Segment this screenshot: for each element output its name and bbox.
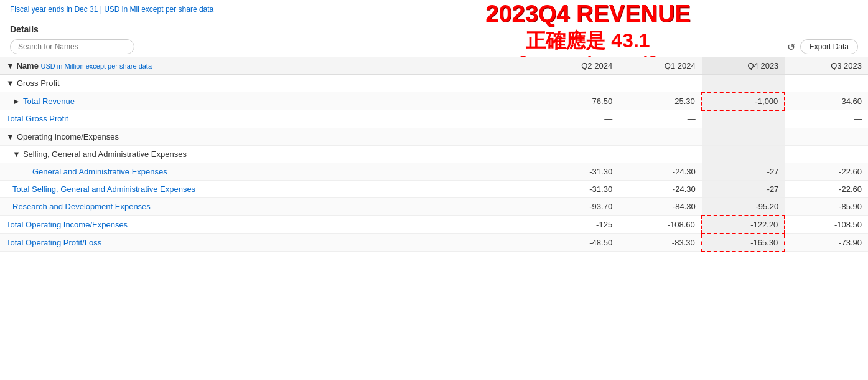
details-section: Details ↺ Export Data	[0, 19, 868, 57]
cell-q3-2023-total-revenue: 34.60	[785, 92, 868, 110]
row-name-link[interactable]: Total Operating Income/Expenses	[6, 220, 128, 229]
cell-q3-2023-total-gross-profit: —	[785, 110, 868, 128]
cell-q1-2024-operating-income-header	[618, 128, 702, 145]
row-name-link[interactable]: Total Operating Profit/Loss	[6, 238, 101, 247]
export-button[interactable]: Export Data	[800, 39, 858, 54]
cell-q2-2024-total-operating-income: -125	[536, 216, 619, 234]
cell-q3-2023-research-dev: -85.90	[785, 197, 868, 216]
table-row: ▼Selling, General and Administrative Exp…	[0, 145, 868, 163]
row-name: Selling, General and Administrative Expe…	[23, 150, 187, 159]
cell-q3-2023-general-admin: -22.60	[785, 163, 868, 180]
search-and-controls: ↺ Export Data	[10, 39, 858, 54]
cell-name-research-dev: Research and Development Expenses	[0, 197, 536, 216]
fiscal-year-label: Fiscal year ends in Dec 31 | USD in Mil …	[10, 5, 213, 14]
cell-q3-2023-operating-income-header	[785, 128, 868, 145]
table-header-row: ▼ Name USD in Million except per share d…	[0, 57, 868, 75]
cell-name-total-selling-general: Total Selling, General and Administrativ…	[0, 180, 536, 197]
cell-name-gross-profit-header: ▼Gross Profit	[0, 75, 536, 92]
cell-q1-2024-total-operating-income: -108.60	[618, 216, 702, 234]
cell-q1-2024-selling-general-header	[618, 145, 702, 163]
row-name-link[interactable]: General and Administrative Expenses	[32, 167, 167, 176]
cell-q4-2023-total-revenue: -1,000	[702, 92, 785, 110]
table-row: Total Selling, General and Administrativ…	[0, 180, 868, 197]
cell-q2-2024-total-gross-profit: —	[536, 110, 619, 128]
table-row: Total Operating Income/Expenses-125-108.…	[0, 216, 868, 234]
cell-q3-2023-selling-general-header	[785, 145, 868, 163]
cell-q1-2024-gross-profit-header	[618, 75, 702, 92]
cell-q1-2024-total-operating-profit: -83.30	[618, 234, 702, 252]
cell-q4-2023-selling-general-header	[702, 145, 785, 163]
search-input[interactable]	[10, 39, 134, 54]
cell-q4-2023-gross-profit-header	[702, 75, 785, 92]
row-name: Operating Income/Expenses	[17, 132, 119, 141]
cell-q4-2023-total-gross-profit: —	[702, 110, 785, 128]
cell-name-total-gross-profit: Total Gross Profit	[0, 110, 536, 128]
cell-name-total-operating-income: Total Operating Income/Expenses	[0, 216, 536, 234]
toggle-icon[interactable]: ▼	[6, 132, 14, 141]
table-row: Research and Development Expenses-93.70-…	[0, 197, 868, 216]
cell-q2-2024-total-operating-profit: -48.50	[536, 234, 619, 252]
row-name-link[interactable]: Total Selling, General and Administrativ…	[12, 184, 195, 194]
row-name: Gross Profit	[17, 78, 60, 88]
cell-q3-2023-total-operating-income: -108.50	[785, 216, 868, 234]
col-header-q1-2024: Q1 2024	[618, 57, 702, 75]
cell-q1-2024-general-admin: -24.30	[618, 163, 702, 180]
cell-q3-2023-gross-profit-header	[785, 75, 868, 92]
cell-q4-2023-operating-income-header	[702, 128, 785, 145]
top-bar: Fiscal year ends in Dec 31 | USD in Mil …	[0, 0, 868, 19]
cell-name-total-operating-profit: Total Operating Profit/Loss	[0, 234, 536, 252]
cell-q2-2024-operating-income-header	[536, 128, 619, 145]
cell-name-total-revenue: ►Total Revenue	[0, 92, 536, 110]
cell-name-operating-income-header: ▼Operating Income/Expenses	[0, 128, 536, 145]
refresh-icon[interactable]: ↺	[787, 41, 795, 53]
cell-q4-2023-total-operating-profit: -165.30	[702, 234, 785, 252]
financial-table: ▼ Name USD in Million except per share d…	[0, 57, 868, 252]
cell-q1-2024-total-selling-general: -24.30	[618, 180, 702, 197]
table-row: ▼Gross Profit	[0, 75, 868, 92]
cell-q4-2023-total-operating-income: -122.20	[702, 216, 785, 234]
cell-q1-2024-total-revenue: 25.30	[618, 92, 702, 110]
cell-q3-2023-total-operating-profit: -73.90	[785, 234, 868, 252]
toggle-icon[interactable]: ▼	[12, 150, 21, 159]
cell-q2-2024-gross-profit-header	[536, 75, 619, 92]
row-name-link[interactable]: Research and Development Expenses	[12, 202, 151, 211]
cell-q1-2024-research-dev: -84.30	[618, 197, 702, 216]
col-name-sublabel: USD in Million except per share data	[41, 62, 152, 70]
cell-q2-2024-selling-general-header	[536, 145, 619, 163]
table-row: General and Administrative Expenses-31.3…	[0, 163, 868, 180]
cell-q4-2023-research-dev: -95.20	[702, 197, 785, 216]
cell-q2-2024-general-admin: -31.30	[536, 163, 619, 180]
table-row: Total Operating Profit/Loss-48.50-83.30-…	[0, 234, 868, 252]
cell-q2-2024-total-revenue: 76.50	[536, 92, 619, 110]
right-controls: ↺ Export Data	[787, 39, 858, 54]
cell-name-selling-general-header: ▼Selling, General and Administrative Exp…	[0, 145, 536, 163]
col-header-name: ▼ Name USD in Million except per share d…	[0, 57, 536, 75]
table-container: ▼ Name USD in Million except per share d…	[0, 57, 868, 252]
col-header-q2-2024: Q2 2024	[536, 57, 619, 75]
cell-q4-2023-total-selling-general: -27	[702, 180, 785, 197]
toggle-icon[interactable]: ►	[12, 97, 21, 106]
col-header-q4-2023: Q4 2023	[702, 57, 785, 75]
cell-name-general-admin: General and Administrative Expenses	[0, 163, 536, 180]
col-header-q3-2023: Q3 2023	[785, 57, 868, 75]
details-title: Details	[10, 24, 858, 34]
table-row: Total Gross Profit————	[0, 110, 868, 128]
col-name-label: ▼ Name	[6, 61, 39, 70]
cell-q1-2024-total-gross-profit: —	[618, 110, 702, 128]
table-row: ►Total Revenue76.5025.30-1,00034.60	[0, 92, 868, 110]
row-name-link[interactable]: Total Gross Profit	[6, 114, 68, 123]
toggle-icon[interactable]: ▼	[6, 78, 14, 88]
row-name-link[interactable]: Total Revenue	[23, 97, 75, 106]
cell-q2-2024-total-selling-general: -31.30	[536, 180, 619, 197]
cell-q3-2023-total-selling-general: -22.60	[785, 180, 868, 197]
cell-q2-2024-research-dev: -93.70	[536, 197, 619, 216]
table-row: ▼Operating Income/Expenses	[0, 128, 868, 145]
cell-q4-2023-general-admin: -27	[702, 163, 785, 180]
